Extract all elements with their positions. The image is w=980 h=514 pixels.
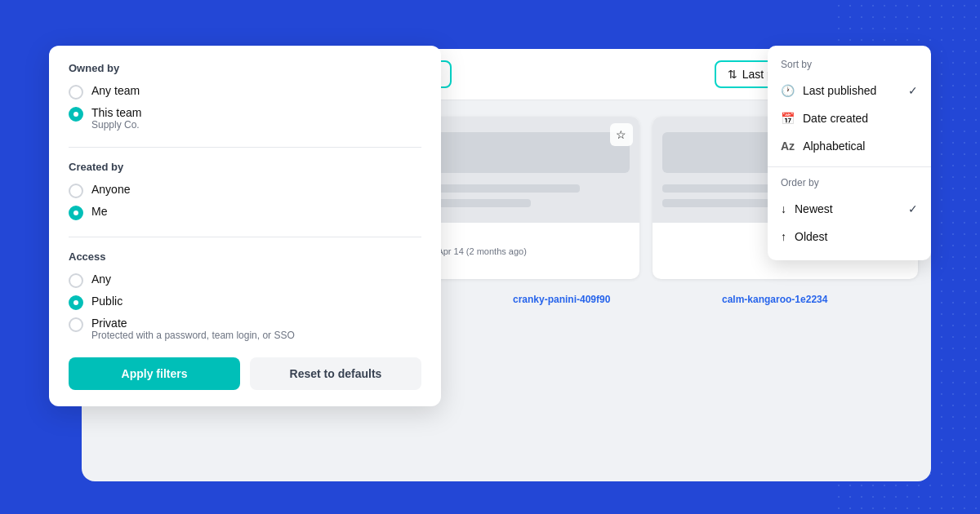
sort-last-published-label: Last published (803, 84, 876, 97)
me-option[interactable]: Me (69, 205, 421, 220)
this-team-sublabel: Supply Co. (91, 119, 141, 131)
sort-date-created-label: Date created (803, 112, 868, 125)
bottom-card-3-title[interactable]: cranky-panini-409f90 (513, 289, 709, 310)
access-any-radio[interactable] (69, 273, 83, 288)
order-newest-item[interactable]: ↓ Newest ✓ (768, 195, 931, 223)
owned-by-title: Owned by (69, 62, 421, 74)
dropdown-divider (768, 166, 931, 167)
access-public-radio[interactable] (69, 295, 83, 310)
sort-by-label: Sort by (768, 55, 931, 77)
access-any-label: Any (91, 273, 111, 286)
access-private-group: Private Protected with a password, team … (91, 317, 295, 341)
access-private-sublabel: Protected with a password, team login, o… (91, 330, 295, 341)
newest-check-icon: ✓ (908, 202, 918, 215)
me-label: Me (91, 205, 107, 218)
anyone-radio[interactable] (69, 184, 83, 198)
sort-asc-icon: ↑ (781, 230, 786, 243)
clock-icon: 🕐 (781, 84, 795, 97)
bottom-card-4-title[interactable]: calm-kangaroo-1e2234 (722, 289, 918, 310)
this-team-option[interactable]: This team Supply Co. (69, 106, 421, 131)
order-oldest-item[interactable]: ↑ Oldest (768, 223, 931, 250)
filter-panel: Owned by Any team This team Supply Co. C… (49, 46, 441, 406)
any-team-option[interactable]: Any team (69, 84, 421, 100)
check-icon: ✓ (908, 84, 918, 97)
anyone-option[interactable]: Anyone (69, 183, 421, 198)
access-private-radio[interactable] (69, 317, 83, 332)
owned-by-section: Owned by Any team This team Supply Co. (69, 62, 421, 131)
order-newest-label: Newest (795, 202, 833, 215)
order-by-label: Order by (768, 174, 931, 195)
any-team-radio[interactable] (69, 85, 83, 100)
order-oldest-label: Oldest (795, 230, 827, 243)
calendar-icon: 📅 (781, 112, 795, 125)
sort-dropdown: Sort by 🕐 Last published ✓ 📅 Date create… (768, 46, 931, 260)
this-team-label-group: This team Supply Co. (91, 106, 141, 131)
created-by-section: Created by Anyone Me (69, 161, 421, 220)
access-public-label: Public (91, 295, 122, 308)
access-public-option[interactable]: Public (69, 295, 421, 310)
access-private-label: Private (91, 317, 295, 330)
az-icon: Az (781, 140, 795, 153)
sort-last-published-item[interactable]: 🕐 Last published ✓ (768, 77, 931, 104)
this-team-label: This team (91, 106, 141, 119)
divider-2 (69, 237, 421, 237)
star-button-2[interactable]: ☆ (610, 123, 633, 146)
anyone-label: Anyone (91, 183, 130, 196)
reset-defaults-button[interactable]: Reset to defaults (250, 357, 421, 390)
any-team-label: Any team (91, 84, 140, 97)
bottom-card-4: calm-kangaroo-1e2234 (722, 289, 918, 310)
created-by-title: Created by (69, 161, 421, 173)
this-team-radio[interactable] (69, 107, 83, 122)
access-any-option[interactable]: Any (69, 273, 421, 288)
apply-filters-button[interactable]: Apply filters (69, 357, 240, 390)
access-title: Access (69, 250, 421, 263)
sort-alphabetical-item[interactable]: Az Alphabetical (768, 132, 931, 160)
access-private-option[interactable]: Private Protected with a password, team … (69, 317, 421, 341)
bottom-card-3: cranky-panini-409f90 (513, 289, 709, 310)
sort-alphabetical-label: Alphabetical (803, 140, 865, 153)
divider-1 (69, 147, 421, 148)
access-section: Access Any Public Private Protected with… (69, 250, 421, 341)
me-radio[interactable] (69, 206, 83, 220)
sort-date-created-item[interactable]: 📅 Date created (768, 104, 931, 132)
sort-icon: ⇅ (728, 68, 737, 81)
filter-actions: Apply filters Reset to defaults (69, 357, 421, 390)
sort-desc-icon: ↓ (781, 202, 786, 215)
